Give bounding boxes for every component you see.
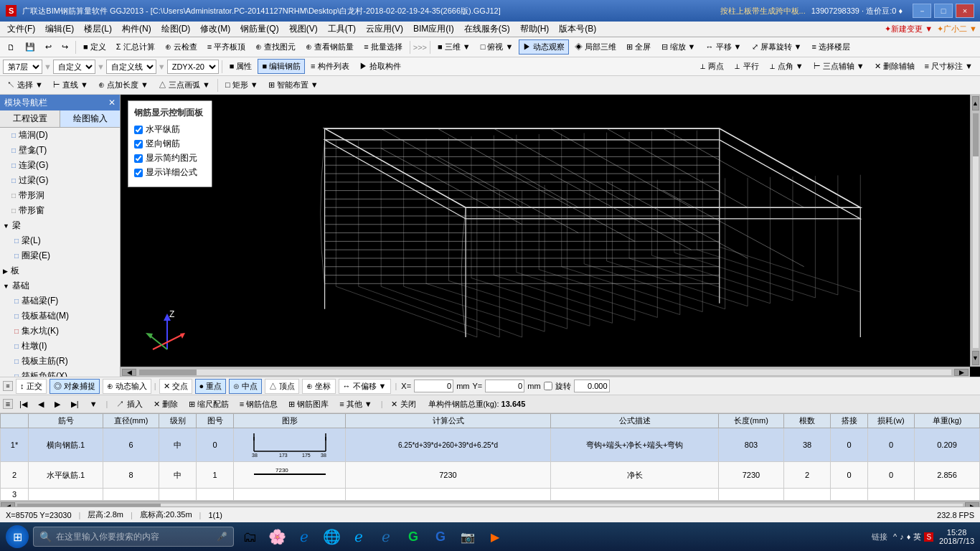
menu-view[interactable]: 视图(V) (285, 22, 322, 37)
taskbar-app-gclouds[interactable]: G (402, 525, 425, 548)
sidebar-item-strip-window[interactable]: □ 带形窗 (0, 203, 120, 218)
ortho-btn[interactable]: ↕ 正交 (16, 379, 47, 394)
x-input[interactable] (414, 380, 453, 392)
menu-bim[interactable]: BIM应用(I) (409, 22, 458, 37)
vertical-scrollbar[interactable]: ▲ ▼ (970, 95, 980, 367)
taskbar-app-gcad[interactable]: G (429, 525, 452, 548)
new-file-btn[interactable]: 🗋 (3, 41, 19, 54)
rebar-library-btn[interactable]: ⊞ 钢筋图库 (284, 397, 333, 411)
scroll-right-btn[interactable]: ▶ (954, 369, 969, 376)
table-row[interactable]: 2 水平纵筋.1 8 中 1 7230 7230 净长 7230 2 0 0 (1, 462, 980, 489)
table-scroll-left[interactable]: ◀ (1, 502, 15, 507)
point-length-btn[interactable]: ⊕ 点加长度 ▼ (94, 77, 153, 93)
edit-rebar-btn[interactable]: ■ 编辑钢筋 (258, 59, 305, 74)
local-3d-btn[interactable]: ◈ 局部三维 (570, 39, 621, 55)
start-button[interactable]: ⊞ (6, 525, 29, 548)
network-icon[interactable]: ♦ (907, 532, 911, 541)
menu-draw[interactable]: 绘图(D) (157, 22, 195, 37)
sidebar-item-beam[interactable]: □ 梁(L) (0, 233, 120, 248)
dynamic-input-btn[interactable]: ⊕ 动态输入 (103, 379, 151, 394)
component-list-btn[interactable]: ≡ 构件列表 (306, 59, 353, 74)
rect-tool-btn[interactable]: □ 矩形 ▼ (221, 77, 263, 93)
sidebar-group-beam[interactable]: ▼ 梁 (0, 218, 120, 233)
taskbar-app-ie2[interactable]: ℯ (374, 525, 397, 548)
minimize-button[interactable]: － (913, 4, 931, 18)
line-type-select[interactable]: 自定义线 (106, 60, 156, 74)
midpoint-btn[interactable]: ⊙ 中点 (229, 379, 262, 394)
other-rebar-btn[interactable]: ≡ 其他 ▼ (335, 397, 376, 411)
sidebar-tab-draw[interactable]: 绘图输入 (60, 110, 120, 127)
select-tool-btn[interactable]: ↖ 选择 ▼ (3, 77, 47, 93)
smart-layout-btn[interactable]: ⊞ 智能布置 ▼ (264, 77, 323, 93)
sidebar-item-fdn-beam[interactable]: □ 基础梁(F) (0, 293, 120, 309)
close-panel-btn[interactable]: ✕ 关闭 (387, 397, 420, 411)
scroll-thumb-h[interactable] (139, 369, 197, 375)
menu-tools[interactable]: 工具(T) (324, 22, 360, 37)
point-angle-btn[interactable]: ⊥ 点角 ▼ (765, 59, 808, 74)
brand-btn[interactable]: ✦广小二 ▼ (937, 24, 977, 34)
coord-btn[interactable]: ⊕ 坐标 (302, 379, 335, 394)
sidebar-item-conn-beam[interactable]: □ 连梁(G) (0, 158, 120, 173)
nav-next-btn[interactable]: ▶ (50, 398, 65, 410)
select-floor-btn[interactable]: ≡ 选择楼层 (808, 39, 854, 55)
maximize-button[interactable]: □ (934, 4, 953, 18)
table-scroll-right[interactable]: ▶ (965, 502, 979, 507)
define-btn[interactable]: ■ 定义 (79, 39, 110, 55)
volume-icon[interactable]: ♪ (900, 532, 904, 541)
ggj-sys-icon[interactable]: S (924, 532, 933, 542)
taskbar-app-ie[interactable]: ℯ (347, 525, 370, 548)
scroll-up-btn[interactable]: ▲ (972, 96, 979, 110)
table-row[interactable]: 1* 横向钢筋.1 6 中 0 38 173 (1, 428, 980, 462)
sidebar-group-slab[interactable]: ▶ 板 (0, 263, 120, 278)
cloud-check-btn[interactable]: ⊕ 云检查 (161, 39, 202, 55)
two-point-btn[interactable]: ⊥ 两点 (695, 59, 728, 74)
menu-online[interactable]: 在线服务(S) (460, 22, 514, 37)
no-offset-btn[interactable]: ↔ 不偏移 ▼ (339, 379, 391, 394)
sidebar-item-ring-beam[interactable]: □ 圈梁(E) (0, 248, 120, 263)
nav-first-btn[interactable]: |◀ (15, 398, 32, 410)
nav-last-btn[interactable]: ▶| (67, 398, 83, 410)
menu-modify[interactable]: 修改(M) (196, 22, 235, 37)
rotate-checkbox[interactable] (544, 382, 552, 390)
pan-btn[interactable]: ↔ 平移 ▼ (702, 39, 746, 55)
y-input[interactable] (485, 380, 524, 392)
dynamic-view-btn[interactable]: ▶ 动态观察 (519, 39, 569, 55)
lang-icon[interactable]: 英 (913, 532, 921, 542)
arc-tool-btn[interactable]: △ 三点画弧 ▼ (154, 77, 215, 93)
scale-config-btn[interactable]: ⊞ 缩尺配筋 (184, 397, 233, 411)
dim-note-btn[interactable]: ≡ 尺寸标注 ▼ (920, 59, 977, 74)
table-scroll-thumb[interactable] (17, 504, 161, 507)
viewport-3d[interactable]: 钢筋显示控制面板 水平纵筋 竖向钢筋 显示简约图元 (121, 95, 980, 377)
code-select[interactable]: ZDYX-20ZDYX-10 (167, 60, 219, 74)
floor-select[interactable]: 第7层第6层第5层 (3, 60, 42, 74)
undo-btn[interactable]: ↩ (41, 40, 56, 54)
delete-rebar-btn[interactable]: ✕ 删除 (149, 397, 182, 411)
3d-btn[interactable]: ■ 三维 ▼ (433, 39, 475, 55)
menu-cloud[interactable]: 云应用(V) (362, 22, 407, 37)
pick-component-btn[interactable]: ▶ 拾取构件 (355, 59, 405, 74)
menu-version[interactable]: 版本号(B) (555, 22, 600, 37)
sidebar-item-raft-neg[interactable]: □ 筏板负筋(X) (0, 369, 120, 377)
taskbar-app-cam[interactable]: 📷 (456, 525, 479, 548)
sidebar-item-col-cap[interactable]: □ 柱墩(I) (0, 339, 120, 354)
scroll-thumb-v[interactable] (973, 113, 979, 156)
rebar-bar-icon[interactable]: ≡ (3, 399, 13, 409)
new-change-btn[interactable]: ✦新建变更 ▼ (885, 24, 933, 34)
menu-component[interactable]: 构件(N) (118, 22, 156, 37)
microphone-icon[interactable]: 🎤 (217, 532, 227, 542)
taskbar-app-edge[interactable]: ℯ (293, 525, 316, 548)
intersection-btn[interactable]: ✕ 交点 (159, 379, 192, 394)
rotate-input[interactable] (574, 380, 610, 392)
rebar-info-btn[interactable]: ≡ 钢筋信息 (235, 397, 282, 411)
sidebar-item-lintel[interactable]: □ 过梁(G) (0, 173, 120, 188)
flush-top-btn[interactable]: ≡ 平齐板顶 (203, 39, 250, 55)
component-type-select[interactable]: 自定义框架梁 (53, 60, 95, 74)
sidebar-item-strip-hole[interactable]: □ 带形洞 (0, 188, 120, 203)
menu-file[interactable]: 文件(F) (3, 22, 39, 37)
scroll-left-btn[interactable]: ◀ (122, 369, 136, 376)
scroll-down-btn[interactable]: ▼ (972, 351, 979, 365)
caret-icon[interactable]: ^ (893, 532, 897, 541)
calc-btn[interactable]: Σ 汇总计算 (112, 39, 159, 55)
endpoint-btn[interactable]: ● 重点 (195, 379, 227, 394)
topview-btn[interactable]: □ 俯视 ▼ (476, 39, 518, 55)
